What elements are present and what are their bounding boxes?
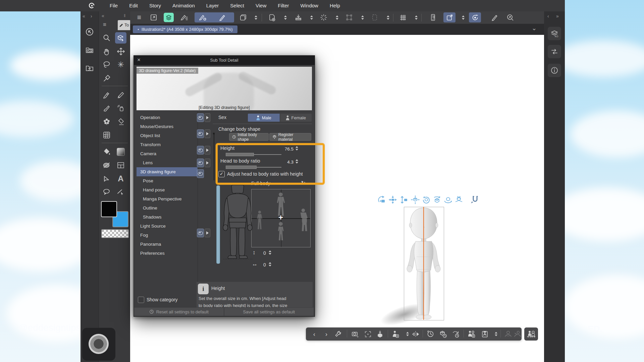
3d-drawing-figure-model[interactable] xyxy=(404,206,444,320)
eraser-tool[interactable] xyxy=(115,116,126,127)
close-icon[interactable]: × xyxy=(137,57,141,63)
category-hand-pose[interactable]: Hand pose xyxy=(137,185,198,194)
collapse-palette-icon[interactable]: « xyxy=(102,13,104,18)
save-all-settings-button[interactable]: Save all settings as default xyxy=(224,308,314,316)
palette-menu-icon[interactable]: ≡ xyxy=(103,21,106,28)
info-icon[interactable] xyxy=(548,64,561,77)
category-manga-perspective[interactable]: Manga Perspective xyxy=(137,194,198,203)
line-correction-tool[interactable] xyxy=(115,186,126,198)
category-pose[interactable]: Pose xyxy=(137,176,198,185)
visibility-toggle[interactable] xyxy=(197,129,204,138)
collapse-right-icon[interactable]: ‹ xyxy=(547,13,549,19)
menu-view[interactable]: View xyxy=(250,0,272,11)
quick-access-icon[interactable] xyxy=(84,26,95,38)
page-add-spinner[interactable] xyxy=(280,12,290,22)
selection-spinner[interactable] xyxy=(383,12,393,22)
device-preview-icon[interactable] xyxy=(428,12,438,22)
object-snap-icon[interactable] xyxy=(443,12,455,22)
palette-drag-handle[interactable]: ‖ xyxy=(124,13,125,18)
object-3d-tool[interactable] xyxy=(115,32,126,44)
auto-select-tool[interactable]: ✳ xyxy=(115,59,126,70)
zoom-search-icon[interactable] xyxy=(505,12,515,22)
zoom-tool[interactable] xyxy=(101,32,112,44)
airbrush-tool[interactable] xyxy=(115,103,126,114)
vertical-spinner[interactable] xyxy=(269,250,271,255)
text-tool[interactable]: A xyxy=(115,173,126,184)
menu-window[interactable]: Window xyxy=(295,0,324,11)
reset-pose-icon[interactable] xyxy=(425,329,435,339)
camera-orbit-icon[interactable] xyxy=(377,195,386,204)
rotate-plane-icon[interactable] xyxy=(443,195,453,204)
lasso-tool[interactable] xyxy=(101,59,112,70)
selection-area-icon[interactable] xyxy=(370,12,380,22)
balloon-tool[interactable] xyxy=(101,186,112,198)
category-object-list[interactable]: Object list xyxy=(137,131,198,140)
ruler-tool[interactable] xyxy=(101,173,112,184)
frame-border-tool[interactable] xyxy=(115,160,126,171)
visibility-toggle[interactable] xyxy=(197,229,204,237)
expand-toggle[interactable] xyxy=(205,146,210,155)
material-folder-icon[interactable] xyxy=(84,44,95,56)
vertical-value[interactable]: 0 xyxy=(263,250,266,256)
document-tab[interactable]: ● Illustration2* (A4 3508 x 2480px 300dp… xyxy=(133,25,237,33)
effects-icon[interactable] xyxy=(319,12,329,22)
import-spinner[interactable] xyxy=(307,12,317,22)
category-panorama[interactable]: Panorama xyxy=(137,240,198,249)
category-lens[interactable]: Lens xyxy=(137,158,198,167)
pen-tool[interactable] xyxy=(101,89,112,101)
category-shadows[interactable]: Shadows xyxy=(137,213,198,222)
transparent-color-swatch[interactable] xyxy=(101,229,129,238)
menu-help[interactable]: Help xyxy=(324,0,346,11)
move-3d-icon[interactable] xyxy=(411,195,420,204)
snap-to-ground-icon[interactable] xyxy=(454,195,464,204)
flip-model-icon[interactable] xyxy=(411,329,421,339)
order-arrows-2-icon[interactable] xyxy=(491,329,501,339)
menu-file[interactable]: File xyxy=(104,0,123,11)
expand-right-icon[interactable]: › xyxy=(91,13,92,19)
visibility-toggle[interactable] xyxy=(197,146,204,155)
menu-select[interactable]: Select xyxy=(224,0,250,11)
tab-list-chevron-icon[interactable]: ⌄ xyxy=(532,24,537,32)
expand-toggle[interactable] xyxy=(205,113,210,122)
expand-toggle[interactable] xyxy=(205,159,210,167)
visibility-toggle[interactable] xyxy=(197,169,204,178)
main-color-swatch[interactable] xyxy=(101,201,117,217)
fill-tool[interactable] xyxy=(101,146,112,158)
tool-tab[interactable]: To xyxy=(118,20,130,30)
reset-rotation-icon[interactable] xyxy=(451,329,461,339)
grid-icon[interactable] xyxy=(398,12,408,22)
visibility-toggle[interactable] xyxy=(197,113,204,122)
pen-icon[interactable] xyxy=(490,12,500,22)
initial-body-shape-button[interactable]: Initial body shape xyxy=(229,133,269,141)
rotate-3d-icon[interactable] xyxy=(422,195,431,204)
blend-tool[interactable] xyxy=(101,129,112,141)
camera-angle-icon[interactable] xyxy=(350,329,360,339)
category-mouse-gestures[interactable]: Mouse/Gestures xyxy=(137,122,198,131)
drop-to-ground-icon[interactable] xyxy=(375,329,385,339)
category-camera[interactable]: Camera xyxy=(137,149,198,158)
horizontal-spinner[interactable] xyxy=(269,262,271,266)
camera-pan-icon[interactable] xyxy=(388,195,397,204)
pen-with-lines-icon[interactable] xyxy=(179,12,189,22)
category-operation[interactable]: Operation xyxy=(137,113,198,122)
brush-tool[interactable] xyxy=(101,103,112,114)
sex-male-button[interactable]: Male xyxy=(248,114,280,122)
menu-layer[interactable]: Layer xyxy=(201,0,225,11)
register-material-button[interactable]: Register material xyxy=(269,133,311,141)
copy-stack-spinner[interactable] xyxy=(251,12,261,22)
move-tool[interactable] xyxy=(115,46,126,57)
copy-stack-icon[interactable] xyxy=(238,12,248,22)
rotate-horizontal-icon[interactable] xyxy=(432,195,442,204)
horizontal-value[interactable]: 0 xyxy=(263,262,266,267)
decoration-tool[interactable] xyxy=(101,116,112,127)
page-add-icon[interactable] xyxy=(267,12,277,22)
category-fog[interactable]: Fog xyxy=(137,231,198,240)
category-preferences[interactable]: Preferences xyxy=(137,249,198,258)
visibility-toggle[interactable] xyxy=(197,159,204,167)
category-3d-drawing-figure[interactable]: 3D drawing figure xyxy=(137,167,198,176)
pose-clipboard-icon[interactable] xyxy=(480,329,490,339)
height-gauge[interactable] xyxy=(216,185,220,264)
transform-spinner[interactable] xyxy=(358,12,368,22)
expand-window-icon[interactable] xyxy=(149,12,159,22)
menu-edit[interactable]: Edit xyxy=(123,0,144,11)
